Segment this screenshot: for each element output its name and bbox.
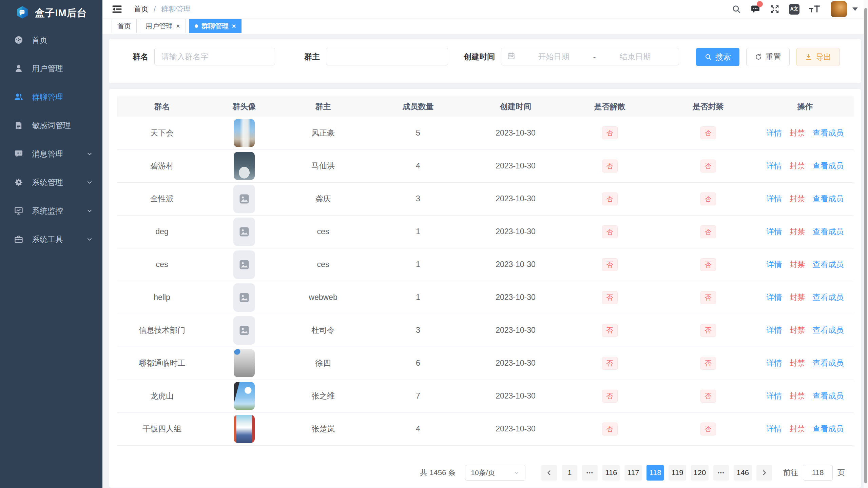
more-pages-icon[interactable]: ••• [582, 465, 598, 481]
prev-page-button[interactable] [541, 465, 557, 481]
logo[interactable]: 盒子IM后台 [0, 0, 102, 26]
banned-badge: 否 [700, 423, 716, 435]
detail-link[interactable]: 详情 [767, 194, 782, 203]
banned-badge: 否 [700, 258, 716, 271]
ban-link[interactable]: 封禁 [790, 424, 805, 433]
sidebar-item-system-management[interactable]: 系统管理 [0, 168, 102, 197]
search-icon[interactable] [732, 4, 741, 14]
detail-link[interactable]: 详情 [767, 161, 782, 170]
filter-panel: 群名 群主 创建时间 开始日期 - 结束日期 [109, 38, 862, 84]
translate-icon[interactable]: A文 [789, 4, 799, 15]
reset-button[interactable]: 重置 [746, 48, 790, 66]
page-button-146[interactable]: 146 [734, 465, 752, 481]
group-avatar-placeholder-icon[interactable] [233, 250, 255, 279]
detail-link[interactable]: 详情 [767, 260, 782, 269]
group-avatar-placeholder-icon[interactable] [233, 185, 255, 213]
group-avatar-image[interactable] [234, 119, 255, 147]
breadcrumb-home[interactable]: 首页 [134, 4, 149, 14]
view-members-link[interactable]: 查看成员 [813, 227, 844, 236]
page-size-select[interactable]: 10条/页 [465, 465, 525, 481]
sidebar-item-groups[interactable]: 群聊管理 [0, 83, 102, 111]
page-button-117[interactable]: 117 [624, 465, 642, 481]
group-name-input[interactable] [154, 48, 275, 65]
sidebar-item-system-tools[interactable]: 系统工具 [0, 225, 102, 253]
ban-link[interactable]: 封禁 [790, 359, 805, 367]
sidebar-item-messages[interactable]: 消息管理 [0, 140, 102, 168]
group-owner-input[interactable] [326, 48, 448, 65]
view-members-link[interactable]: 查看成员 [813, 260, 844, 269]
page-button-120[interactable]: 120 [691, 465, 709, 481]
chevron-down-icon [86, 207, 93, 214]
view-members-link[interactable]: 查看成员 [813, 424, 844, 433]
view-members-link[interactable]: 查看成员 [813, 391, 844, 400]
group-avatar-placeholder-icon[interactable] [233, 218, 255, 246]
monitor-icon [14, 206, 24, 216]
detail-link[interactable]: 详情 [767, 359, 782, 367]
page-button-119[interactable]: 119 [669, 465, 686, 481]
user-menu[interactable] [831, 1, 858, 17]
detail-link[interactable]: 详情 [767, 293, 782, 302]
detail-link[interactable]: 详情 [767, 227, 782, 236]
fullscreen-icon[interactable] [770, 4, 780, 14]
search-button[interactable]: 搜索 [696, 48, 739, 66]
ban-link[interactable]: 封禁 [790, 161, 805, 170]
ban-link[interactable]: 封禁 [790, 227, 805, 236]
sidebar-item-sensitive-words[interactable]: 敏感词管理 [0, 111, 102, 140]
date-range-picker[interactable]: 开始日期 - 结束日期 [501, 48, 679, 65]
detail-link[interactable]: 详情 [767, 424, 782, 433]
view-members-link[interactable]: 查看成员 [813, 128, 844, 137]
page-button-1[interactable]: 1 [562, 465, 577, 481]
group-avatar-placeholder-icon[interactable] [233, 316, 255, 345]
page-jump: 前往 页 [783, 465, 845, 481]
export-button[interactable]: 导出 [796, 48, 840, 66]
view-members-link[interactable]: 查看成员 [813, 161, 844, 170]
ban-link[interactable]: 封禁 [790, 128, 805, 137]
view-members-link[interactable]: 查看成员 [813, 326, 844, 334]
main-area: 首页 / 群聊管理 [102, 0, 868, 488]
tab-user-management[interactable]: 用户管理 × [140, 19, 186, 33]
group-avatar-cell [207, 248, 282, 281]
next-page-button[interactable] [756, 465, 772, 481]
group-name-cell: 碧游村 [117, 149, 207, 182]
ban-link[interactable]: 封禁 [790, 194, 805, 203]
jump-page-input[interactable] [803, 465, 833, 481]
view-members-link[interactable]: 查看成员 [813, 359, 844, 367]
start-date-placeholder[interactable]: 开始日期 [516, 52, 592, 62]
view-members-link[interactable]: 查看成员 [813, 293, 844, 302]
group-avatar-image[interactable] [234, 349, 255, 377]
scrollbar-thumb[interactable] [864, 8, 867, 483]
detail-link[interactable]: 详情 [767, 391, 782, 400]
created-time-cell: 2023-10-30 [471, 215, 560, 248]
message-icon[interactable] [750, 4, 760, 14]
ban-link[interactable]: 封禁 [790, 260, 805, 269]
sidebar-item-home[interactable]: 首页 [0, 26, 102, 54]
sidebar-toggle-button[interactable] [111, 3, 123, 15]
ban-link[interactable]: 封禁 [790, 391, 805, 400]
tab-group-management[interactable]: 群聊管理 × [189, 19, 242, 33]
close-icon[interactable]: × [232, 23, 236, 29]
detail-link[interactable]: 详情 [767, 128, 782, 137]
font-size-icon[interactable] [809, 4, 822, 14]
page-content: 群名 群主 创建时间 开始日期 - 结束日期 [102, 34, 868, 488]
table-row: cesces12023-10-30否否详情封禁查看成员 [117, 248, 854, 281]
detail-link[interactable]: 详情 [767, 326, 782, 334]
ban-link[interactable]: 封禁 [790, 326, 805, 334]
page-button-116[interactable]: 116 [602, 465, 620, 481]
group-avatar-image[interactable] [234, 382, 255, 410]
group-avatar-image[interactable] [234, 152, 255, 180]
group-avatar-image[interactable] [234, 415, 255, 443]
end-date-placeholder[interactable]: 结束日期 [597, 52, 673, 62]
tab-home[interactable]: 首页 [112, 19, 137, 33]
app-title: 盒子IM后台 [35, 6, 87, 20]
sidebar-item-users[interactable]: 用户管理 [0, 54, 102, 83]
page-button-118[interactable]: 118 [647, 465, 664, 481]
close-icon[interactable]: × [176, 23, 180, 29]
pagination: 共 1456 条 10条/页 1•••116117118119120•••146… [117, 465, 845, 481]
view-members-link[interactable]: 查看成员 [813, 194, 844, 203]
sidebar-item-label: 首页 [32, 35, 47, 45]
more-pages-icon[interactable]: ••• [713, 465, 729, 481]
group-avatar-placeholder-icon[interactable] [233, 283, 255, 312]
breadcrumb: 首页 / 群聊管理 [134, 4, 191, 14]
ban-link[interactable]: 封禁 [790, 293, 805, 302]
sidebar-item-system-monitor[interactable]: 系统监控 [0, 197, 102, 225]
